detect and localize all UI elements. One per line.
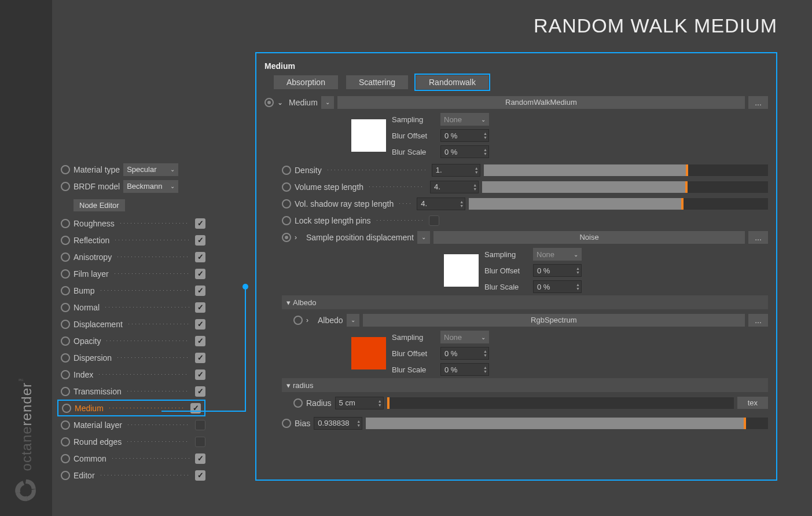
- sidebar-item-checkbox[interactable]: [195, 252, 205, 262]
- radio-icon[interactable]: [61, 303, 70, 312]
- material-type-dropdown[interactable]: Specular⌄: [123, 163, 178, 176]
- density-slider[interactable]: [484, 164, 768, 176]
- radio-icon[interactable]: [61, 336, 70, 346]
- radius-radio[interactable]: [293, 398, 303, 408]
- medium-value-field[interactable]: RandomWalkMedium: [337, 96, 745, 109]
- sidebar-item-transmission[interactable]: Transmission: [61, 383, 205, 400]
- vol-step-slider[interactable]: [482, 181, 768, 193]
- tab-randomwalk[interactable]: Randomwalk: [416, 75, 488, 89]
- radio-icon[interactable]: [61, 420, 70, 430]
- noise-sampling-select[interactable]: None⌄: [533, 248, 582, 261]
- vol-shadow-slider[interactable]: [469, 198, 768, 210]
- material-type-radio[interactable]: [61, 165, 70, 174]
- vol-shadow-input[interactable]: 4.▲▼: [417, 197, 465, 210]
- sample-pos-radio[interactable]: [282, 233, 291, 242]
- brdf-dropdown[interactable]: Beckmann⌄: [123, 180, 178, 193]
- sample-pos-more-button[interactable]: ...: [748, 231, 768, 244]
- sidebar-item-checkbox[interactable]: [195, 286, 205, 296]
- blur-offset-input[interactable]: 0 %▲▼: [440, 129, 489, 142]
- albedo-radio[interactable]: [293, 316, 303, 325]
- radius-section-header[interactable]: ▾ radius: [282, 378, 768, 392]
- albedo-expand-icon[interactable]: ›: [306, 316, 314, 324]
- sidebar-item-common[interactable]: Common: [61, 450, 205, 467]
- sidebar-item-checkbox[interactable]: [195, 302, 205, 313]
- sidebar-item-editor[interactable]: Editor: [61, 467, 205, 484]
- sidebar-item-checkbox[interactable]: [195, 218, 205, 229]
- noise-blur-offset-input[interactable]: 0 %▲▼: [533, 264, 582, 277]
- sidebar-item-opacity[interactable]: Opacity: [61, 332, 205, 349]
- radius-input[interactable]: 5 cm▲▼: [335, 397, 384, 409]
- sidebar-item-checkbox[interactable]: [195, 470, 205, 481]
- radio-icon[interactable]: [61, 236, 70, 245]
- sidebar-item-anisotropy[interactable]: Anisotropy: [61, 248, 205, 265]
- radio-icon[interactable]: [61, 437, 70, 447]
- sidebar-item-roughness[interactable]: Roughness: [61, 215, 205, 232]
- radio-icon[interactable]: [61, 370, 70, 379]
- sidebar-item-reflection[interactable]: Reflection: [61, 232, 205, 248]
- bias-radio[interactable]: [282, 419, 291, 428]
- sidebar-item-displacement[interactable]: Displacement: [61, 316, 205, 332]
- brdf-radio[interactable]: [61, 182, 70, 191]
- sidebar-item-checkbox[interactable]: [195, 437, 205, 447]
- albedo-more-button[interactable]: ...: [748, 314, 768, 327]
- radio-icon[interactable]: [61, 320, 70, 329]
- density-radio[interactable]: [282, 166, 291, 175]
- sidebar-item-checkbox[interactable]: [195, 336, 205, 346]
- sidebar-item-checkbox[interactable]: [195, 319, 205, 330]
- albedo-blur-offset-input[interactable]: 0 %▲▼: [440, 347, 489, 360]
- radius-slider[interactable]: [387, 397, 734, 409]
- sidebar-item-checkbox[interactable]: [190, 403, 201, 413]
- lock-step-checkbox[interactable]: [429, 215, 439, 226]
- medium-color-swatch[interactable]: [351, 119, 386, 152]
- node-editor-button[interactable]: Node Editor: [74, 199, 125, 211]
- blur-scale-input[interactable]: 0 %▲▼: [440, 145, 489, 158]
- albedo-blur-scale-input[interactable]: 0 %▲▼: [440, 363, 489, 376]
- vol-shadow-radio[interactable]: [282, 199, 291, 208]
- lock-step-radio[interactable]: [282, 216, 291, 225]
- tex-button[interactable]: tex: [737, 397, 768, 409]
- tab-scattering[interactable]: Scattering: [346, 75, 408, 89]
- albedo-sampling-select[interactable]: None⌄: [440, 331, 489, 343]
- radio-icon[interactable]: [61, 353, 70, 363]
- sidebar-item-checkbox[interactable]: [195, 369, 205, 380]
- radio-icon[interactable]: [61, 252, 70, 262]
- noise-blur-scale-input[interactable]: 0 %▲▼: [533, 280, 582, 293]
- sidebar-item-round-edges[interactable]: Round edges: [61, 433, 205, 450]
- sidebar-item-checkbox[interactable]: [195, 386, 205, 397]
- sample-pos-expand-icon[interactable]: ›: [295, 233, 303, 241]
- albedo-field[interactable]: RgbSpectrum: [363, 314, 745, 327]
- sidebar-item-checkbox[interactable]: [195, 420, 205, 430]
- vol-step-radio[interactable]: [282, 182, 291, 192]
- sample-pos-field[interactable]: Noise: [433, 231, 745, 244]
- sidebar-item-checkbox[interactable]: [195, 269, 205, 279]
- radio-icon[interactable]: [61, 219, 70, 228]
- medium-expand-icon[interactable]: ⌄: [277, 98, 285, 107]
- radio-icon[interactable]: [61, 286, 70, 295]
- radio-icon[interactable]: [61, 471, 70, 480]
- noise-color-swatch[interactable]: [444, 254, 479, 287]
- sidebar-item-normal[interactable]: Normal: [61, 299, 205, 316]
- sidebar-item-dispersion[interactable]: Dispersion: [61, 349, 205, 366]
- tab-absorption[interactable]: Absorption: [274, 75, 338, 89]
- sample-pos-dropdown[interactable]: ⌄: [417, 231, 430, 244]
- radio-icon[interactable]: [61, 269, 70, 279]
- radio-icon[interactable]: [62, 404, 71, 413]
- sidebar-item-checkbox[interactable]: [195, 453, 205, 464]
- sidebar-item-index[interactable]: Index: [61, 366, 205, 383]
- albedo-color-swatch[interactable]: [351, 337, 386, 369]
- sidebar-item-film-layer[interactable]: Film layer: [61, 265, 205, 282]
- vol-step-input[interactable]: 4.▲▼: [430, 181, 479, 193]
- sidebar-item-checkbox[interactable]: [195, 353, 205, 363]
- medium-type-dropdown[interactable]: ⌄: [321, 96, 334, 109]
- bias-input[interactable]: 0.938838▲▼: [314, 417, 362, 430]
- radio-icon[interactable]: [61, 387, 70, 396]
- albedo-dropdown[interactable]: ⌄: [347, 314, 359, 327]
- sidebar-item-material-layer[interactable]: Material layer: [61, 416, 205, 433]
- bias-slider[interactable]: [366, 418, 768, 429]
- medium-more-button[interactable]: ...: [748, 96, 768, 109]
- sampling-select[interactable]: None⌄: [440, 113, 489, 126]
- radio-icon[interactable]: [61, 454, 70, 463]
- medium-radio[interactable]: [264, 98, 274, 107]
- sidebar-item-medium[interactable]: Medium: [57, 400, 205, 416]
- density-input[interactable]: 1.▲▼: [432, 164, 480, 177]
